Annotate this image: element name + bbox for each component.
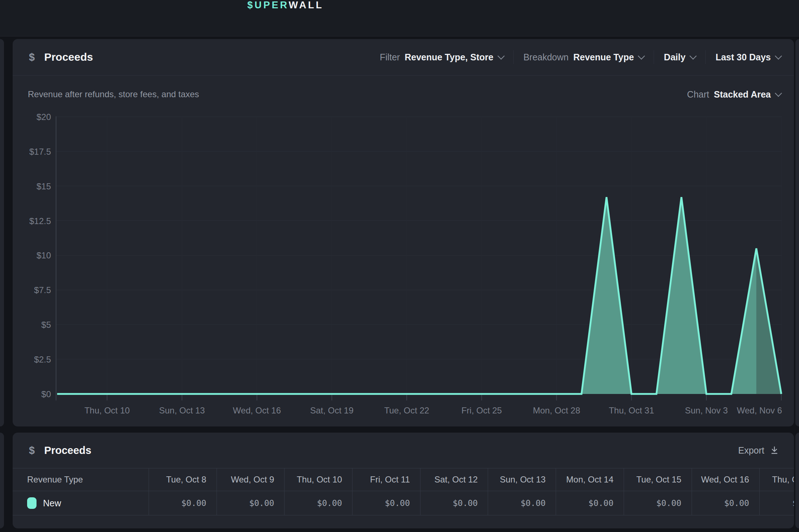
value-cell: $0.00: [149, 491, 217, 515]
table-header-row: Revenue TypeTue, Oct 8Wed, Oct 9Thu, Oct…: [13, 468, 794, 491]
column-header-date: Thu, Oct 17: [760, 468, 794, 491]
download-icon: [769, 445, 779, 455]
x-axis-label: Sun, Oct 13: [159, 406, 205, 415]
y-axis-label: $7.5: [34, 285, 51, 295]
proceeds-chart-panel: $ Proceeds Filter Revenue Type, Store Br…: [13, 39, 794, 426]
superwall-logo[interactable]: $UPERWALL: [247, 0, 324, 10]
value-cell: $0.00: [692, 491, 760, 515]
column-header-date: Thu, Oct 10: [285, 468, 352, 491]
stacked-area-chart[interactable]: $20$17.5$15$12.5$10$7.5$5$2.5$0Thu, Oct …: [13, 39, 794, 426]
column-header-date: Wed, Oct 16: [692, 468, 760, 491]
x-axis-label: Fri, Oct 25: [461, 406, 502, 415]
value-cell: $0.00: [624, 491, 692, 515]
value-cell: $0.00: [556, 491, 624, 515]
prev-table-panel-sliver: [0, 433, 4, 528]
x-axis-label: Tue, Oct 22: [384, 406, 430, 415]
x-axis-label: Mon, Oct 28: [533, 406, 580, 415]
x-axis-label: Thu, Oct 31: [609, 406, 654, 415]
x-axis-label: Thu, Oct 10: [84, 406, 129, 415]
column-header-date: Tue, Oct 8: [149, 468, 217, 491]
x-axis-label: Wed, Oct 16: [233, 406, 281, 415]
value-cell: $0.00: [488, 491, 556, 515]
table-panel-header: $ Proceeds Export: [13, 433, 794, 468]
logo-rest-text: WALL: [289, 0, 324, 10]
prev-chart-panel-sliver: [0, 39, 4, 426]
value-cell: $0.00: [217, 491, 285, 515]
y-axis-label: $10: [37, 250, 51, 260]
column-header-date: Mon, Oct 14: [556, 468, 624, 491]
column-header-date: Fri, Oct 11: [352, 468, 420, 491]
table-row: New$0.00$0.00$0.00$0.00$0.00$0.00$0.00$0…: [13, 491, 794, 515]
logo-accent-text: $UPER: [247, 0, 289, 10]
dollar-icon: $: [29, 445, 35, 456]
top-nav-bar: $UPERWALL: [0, 0, 799, 37]
y-axis-label: $15: [37, 181, 51, 191]
column-header-date: Wed, Oct 9: [217, 468, 285, 491]
area-fill-new: [57, 197, 781, 394]
proceeds-table: Revenue TypeTue, Oct 8Wed, Oct 9Thu, Oct…: [13, 468, 794, 515]
column-header-date: Tue, Oct 15: [624, 468, 692, 491]
x-axis-label: Sat, Oct 19: [310, 406, 354, 415]
value-cell: $0.00: [352, 491, 420, 515]
y-axis-label: $2.5: [34, 355, 51, 364]
proceeds-table-panel: $ Proceeds Export Revenue TypeTue, Oct 8…: [13, 433, 794, 528]
y-axis-label: $17.5: [29, 147, 51, 156]
y-axis-label: $0: [41, 389, 51, 399]
export-button[interactable]: Export: [738, 445, 779, 456]
value-cell: $0.00: [285, 491, 352, 515]
y-axis-label: $20: [37, 112, 51, 122]
y-axis-label: $5: [41, 320, 51, 330]
revenue-type-cell: New: [13, 491, 149, 515]
column-header-date: Sat, Oct 12: [420, 468, 488, 491]
column-header-date: Sun, Oct 13: [488, 468, 556, 491]
x-axis-label: Wed, Nov 6: [737, 406, 782, 415]
y-axis-label: $12.5: [29, 216, 51, 226]
column-header-revenue-type: Revenue Type: [13, 468, 149, 491]
export-label: Export: [738, 445, 764, 456]
value-cell: $0.00: [420, 491, 488, 515]
next-table-panel-sliver: [795, 433, 799, 528]
series-label: New: [43, 498, 61, 508]
next-chart-panel-sliver: [795, 39, 799, 426]
series-swatch-icon: [27, 497, 37, 509]
value-cell: $0.00: [760, 491, 794, 515]
x-axis-label: Sun, Nov 3: [685, 406, 728, 415]
table-panel-title: Proceeds: [44, 445, 91, 456]
